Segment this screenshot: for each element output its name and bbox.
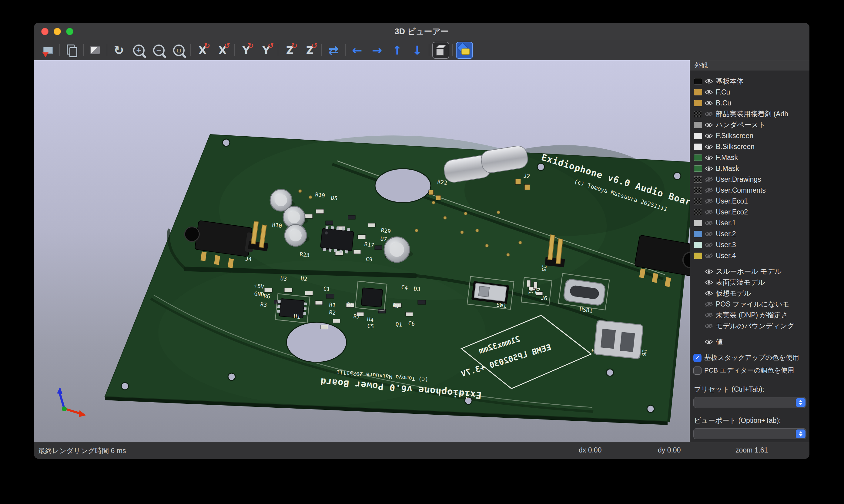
minimize-button[interactable] bbox=[54, 28, 61, 35]
copy-image-icon[interactable] bbox=[63, 42, 80, 59]
layer-color-swatch[interactable] bbox=[694, 78, 702, 85]
visibility-off-eye-icon[interactable] bbox=[705, 187, 713, 193]
visibility-on-eye-icon[interactable] bbox=[705, 78, 713, 84]
visibility-off-eye-icon[interactable] bbox=[705, 220, 713, 226]
visibility-off-eye-icon[interactable] bbox=[705, 301, 713, 307]
silkscreen-refdes: R23 bbox=[299, 251, 310, 258]
pan-up-icon[interactable]: ↑ bbox=[389, 42, 406, 59]
stepper-icon[interactable] bbox=[796, 430, 806, 438]
rotate-z-cw-icon[interactable]: Z↻ bbox=[281, 42, 298, 59]
silkscreen-refdes: +5V bbox=[254, 282, 265, 290]
viewport-label: ビューポート (Option+Tab): bbox=[694, 416, 809, 425]
pan-left-icon[interactable]: ← bbox=[349, 42, 366, 59]
ic-u4 bbox=[361, 288, 383, 307]
layer-row: B.Silkscreen bbox=[690, 141, 809, 152]
orthographic-icon[interactable] bbox=[432, 42, 449, 59]
visibility-on-eye-icon[interactable] bbox=[705, 122, 713, 128]
rotate-x-cw-icon[interactable]: X↻ bbox=[194, 42, 211, 59]
visibility-on-eye-icon[interactable] bbox=[705, 269, 713, 274]
visibility-on-eye-icon[interactable] bbox=[705, 290, 713, 296]
visibility-off-eye-icon[interactable] bbox=[705, 209, 713, 215]
layer-color-swatch[interactable] bbox=[694, 176, 702, 183]
unchecked-checkbox[interactable] bbox=[693, 366, 702, 375]
layer-color-swatch[interactable] bbox=[694, 209, 702, 215]
visibility-off-eye-icon[interactable] bbox=[705, 242, 713, 248]
checked-checkbox[interactable]: ✓ bbox=[693, 354, 702, 362]
visibility-on-eye-icon[interactable] bbox=[705, 166, 713, 172]
viewport-canvas[interactable]: Exidiophone v6.0 Audio Board (c) Tomoya … bbox=[34, 60, 690, 442]
layer-color-swatch[interactable] bbox=[694, 165, 702, 172]
layer-row: User.Eco2 bbox=[690, 206, 809, 217]
visibility-on-eye-icon[interactable] bbox=[705, 339, 713, 345]
visibility-on-eye-icon[interactable] bbox=[705, 133, 713, 139]
layer-color-swatch[interactable] bbox=[694, 89, 702, 95]
ic-u1 bbox=[277, 298, 307, 318]
visibility-on-eye-icon[interactable] bbox=[705, 89, 713, 95]
layer-label: 未実装 (DNP) が指定さ bbox=[716, 310, 788, 320]
layer-row: 未実装 (DNP) が指定さ bbox=[690, 309, 809, 321]
viewport-select[interactable] bbox=[693, 428, 806, 439]
silkscreen-refdes: C4 bbox=[401, 284, 408, 291]
pan-right-icon[interactable]: → bbox=[369, 42, 385, 59]
zoom-fit-icon[interactable]: ▫ bbox=[170, 42, 187, 59]
viewport-3d[interactable]: Exidiophone v6.0 Audio Board (c) Tomoya … bbox=[34, 60, 690, 442]
layer-color-swatch[interactable] bbox=[694, 253, 702, 259]
visibility-on-eye-icon[interactable] bbox=[705, 155, 713, 161]
flip-board-icon[interactable]: ⇄ bbox=[325, 42, 342, 59]
appearance-panel-icon[interactable] bbox=[456, 42, 473, 59]
visibility-on-eye-icon[interactable] bbox=[705, 100, 713, 106]
silkscreen-refdes: C5 bbox=[367, 323, 374, 329]
layer-row: User.Comments bbox=[690, 185, 809, 196]
reload-board-icon[interactable] bbox=[39, 42, 56, 59]
silkscreen-refdes: J4 bbox=[245, 255, 252, 262]
layer-color-swatch[interactable] bbox=[694, 198, 702, 204]
visibility-on-eye-icon[interactable] bbox=[705, 144, 713, 150]
silkscreen-refdes: U4 bbox=[367, 316, 374, 323]
layer-color-swatch[interactable] bbox=[694, 187, 702, 194]
close-button[interactable] bbox=[41, 28, 49, 35]
title-bar[interactable]: 3D ビューアー bbox=[34, 23, 809, 41]
rotate-x-ccw-icon[interactable]: X↺ bbox=[214, 42, 231, 59]
visibility-off-eye-icon[interactable] bbox=[705, 198, 713, 204]
layer-color-swatch[interactable] bbox=[694, 144, 702, 150]
layer-label: 仮想モデル bbox=[716, 289, 751, 298]
visibility-off-eye-icon[interactable] bbox=[705, 323, 713, 329]
layer-color-swatch[interactable] bbox=[694, 133, 702, 139]
visibility-off-eye-icon[interactable] bbox=[705, 111, 713, 117]
rotate-y-ccw-icon[interactable]: Y↺ bbox=[258, 42, 275, 59]
layer-row: スルーホール モデル bbox=[690, 266, 809, 277]
layer-color-swatch[interactable] bbox=[694, 242, 702, 248]
preset-select[interactable] bbox=[693, 397, 806, 408]
layer-row: User.3 bbox=[690, 239, 809, 250]
layer-label: POS ファイルにないモ bbox=[716, 300, 789, 309]
checkbox-label: 基板スタックアップの色を使用 bbox=[704, 353, 799, 362]
stepper-icon[interactable] bbox=[796, 398, 806, 407]
layer-label: User.Eco1 bbox=[716, 197, 748, 205]
zoom-in-icon[interactable]: + bbox=[131, 42, 147, 59]
toolbar-separator bbox=[190, 44, 191, 56]
layer-color-swatch[interactable] bbox=[694, 220, 702, 226]
layer-color-swatch[interactable] bbox=[694, 155, 702, 161]
checkbox-label: PCB エディターの銅色を使用 bbox=[704, 366, 794, 375]
layer-color-swatch[interactable] bbox=[694, 122, 702, 128]
visibility-off-eye-icon[interactable] bbox=[705, 312, 713, 318]
zoom-button[interactable] bbox=[66, 28, 73, 35]
toolbar-separator bbox=[345, 44, 346, 56]
layer-label: User.Eco2 bbox=[716, 208, 748, 216]
rotate-y-cw-icon[interactable]: Y↻ bbox=[238, 42, 255, 59]
layer-color-swatch[interactable] bbox=[694, 231, 702, 237]
visibility-off-eye-icon[interactable] bbox=[705, 253, 713, 259]
layer-color-swatch[interactable] bbox=[694, 100, 702, 106]
visibility-on-eye-icon[interactable] bbox=[705, 280, 713, 285]
layer-label: B.Cu bbox=[716, 99, 731, 107]
visibility-off-eye-icon[interactable] bbox=[705, 231, 713, 237]
layer-label: 基板本体 bbox=[716, 77, 744, 86]
visibility-off-eye-icon[interactable] bbox=[705, 177, 713, 182]
layer-color-swatch[interactable] bbox=[694, 111, 702, 117]
silkscreen-refdes: R19 bbox=[315, 191, 326, 199]
raytracing-icon[interactable] bbox=[87, 42, 104, 59]
rotate-z-ccw-icon[interactable]: Z↺ bbox=[302, 42, 318, 59]
zoom-out-icon[interactable]: − bbox=[150, 42, 167, 59]
redraw-icon[interactable]: ↻ bbox=[110, 42, 127, 59]
pan-down-icon[interactable]: ↓ bbox=[409, 42, 426, 59]
